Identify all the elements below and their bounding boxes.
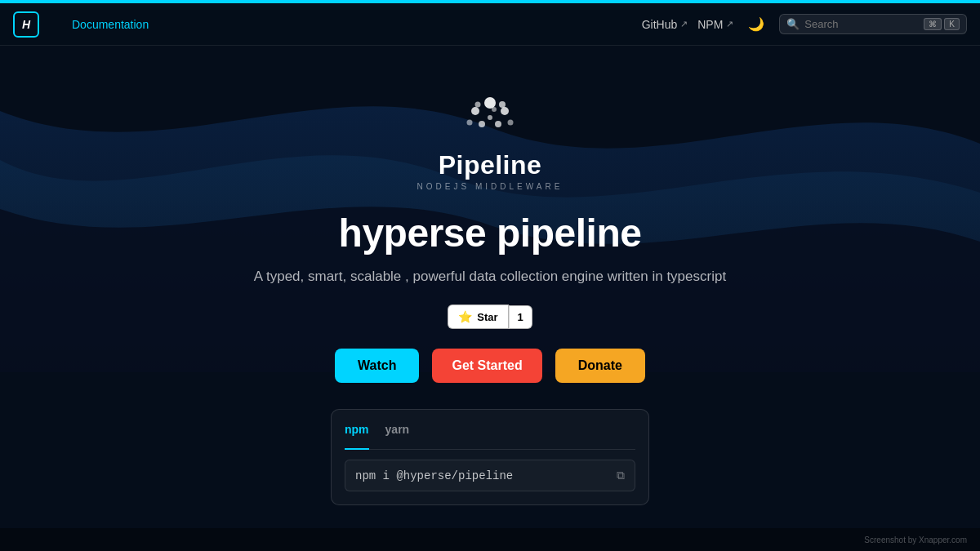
kbd-cmd: ⌘ <box>924 18 942 30</box>
pipeline-logo-svg <box>457 95 523 144</box>
dark-mode-button[interactable]: 🌙 <box>743 11 769 38</box>
svg-point-9 <box>474 102 480 108</box>
search-input[interactable] <box>804 18 919 30</box>
github-label: GitHub <box>642 18 678 31</box>
npm-label: NPM <box>697 18 723 31</box>
search-icon: 🔍 <box>786 18 800 30</box>
install-code-row: npm i @hyperse/pipeline ⧉ <box>345 460 635 491</box>
action-buttons: Watch Get Started Donate <box>335 349 645 383</box>
star-button[interactable]: ⭐ Star <box>448 304 508 329</box>
install-command: npm i @hyperse/pipeline <box>355 469 513 482</box>
hero-title: hyperse pipeline <box>339 211 642 256</box>
kbd-k: K <box>944 18 960 30</box>
external-link-icon: ↗ <box>680 19 688 29</box>
logo-area: Pipeline NODEJS MIDDLEWARE <box>417 95 564 191</box>
hero-subtitle: A typed, smart, scalable , powerful data… <box>254 269 726 285</box>
svg-point-5 <box>488 115 492 120</box>
copy-icon[interactable]: ⧉ <box>617 469 625 482</box>
logo-title: Pipeline <box>439 150 542 180</box>
screenshot-credit: Screenshot by Xnapper.com <box>864 535 967 544</box>
watch-button[interactable]: Watch <box>335 349 419 383</box>
github-link[interactable]: GitHub ↗ <box>642 18 688 31</box>
documentation-link[interactable]: Documentation <box>72 18 149 31</box>
svg-point-10 <box>492 107 497 112</box>
star-container: ⭐ Star 1 <box>448 304 532 329</box>
top-accent-bar <box>0 0 980 3</box>
github-star-icon: ⭐ <box>458 310 472 323</box>
svg-point-4 <box>495 121 501 127</box>
svg-point-0 <box>484 97 496 109</box>
svg-point-8 <box>499 101 506 108</box>
moon-icon: 🌙 <box>748 16 764 32</box>
svg-point-1 <box>471 107 479 115</box>
external-link-icon-npm: ↗ <box>726 19 733 29</box>
main-content: Pipeline NODEJS MIDDLEWARE hyperse pipel… <box>0 46 980 505</box>
svg-point-6 <box>466 120 472 126</box>
logo-letter: H <box>22 18 30 31</box>
svg-point-3 <box>479 121 485 127</box>
svg-point-2 <box>501 107 509 115</box>
nav-logo: H <box>13 11 39 38</box>
star-count[interactable]: 1 <box>509 305 532 329</box>
nav-right: GitHub ↗ NPM ↗ 🌙 🔍 ⌘ K <box>642 11 967 38</box>
yarn-tab[interactable]: yarn <box>385 423 410 442</box>
star-label: Star <box>477 311 497 323</box>
navbar: H Documentation GitHub ↗ NPM ↗ 🌙 🔍 ⌘ K <box>0 3 980 46</box>
bottom-bar: Screenshot by Xnapper.com <box>0 528 980 551</box>
logo-subtitle: NODEJS MIDDLEWARE <box>417 182 564 191</box>
get-started-button[interactable]: Get Started <box>432 349 541 383</box>
logo-icon: H <box>13 11 39 38</box>
install-box: npm yarn npm i @hyperse/pipeline ⧉ <box>331 409 649 505</box>
svg-point-7 <box>507 120 513 126</box>
npm-tab[interactable]: npm <box>345 423 369 450</box>
search-bar[interactable]: 🔍 ⌘ K <box>779 14 967 34</box>
search-keyboard-shortcut: ⌘ K <box>924 18 960 30</box>
donate-button[interactable]: Donate <box>555 349 645 383</box>
install-tabs: npm yarn <box>345 423 635 450</box>
npm-link[interactable]: NPM ↗ <box>697 18 733 31</box>
